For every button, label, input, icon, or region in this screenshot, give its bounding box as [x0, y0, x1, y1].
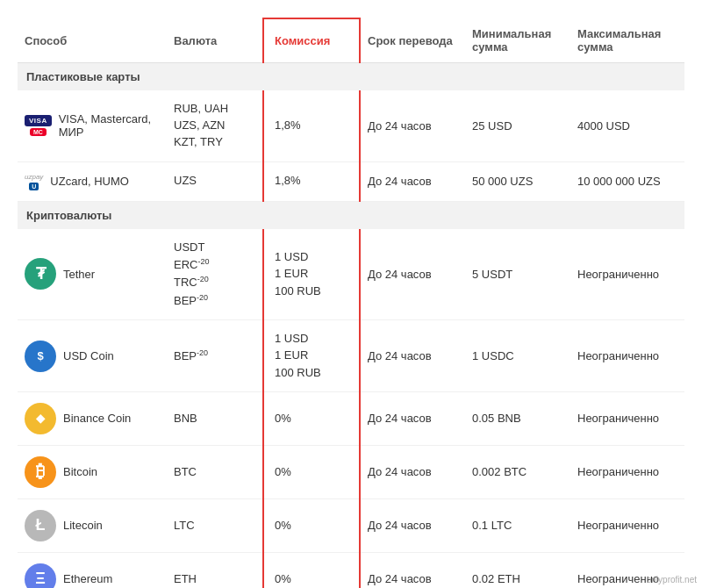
method-icon: uzpay U: [25, 173, 43, 190]
currency-value: BEP-20: [174, 348, 255, 365]
table-row: VISA MC VISA, Mastercard, МИР RUB, UAHUZ…: [18, 90, 684, 161]
method-name: Tether: [63, 268, 95, 281]
table-row: Ξ Ethereum ETH 0% До 24 часов 0.02 ETH Н…: [18, 552, 684, 588]
cell-commission: 1 USD1 EUR100 RUB: [263, 229, 360, 320]
cell-min-sum: 1 USDC: [465, 320, 570, 392]
currency-value: ETH: [174, 571, 255, 587]
cell-method: ₿ Bitcoin: [18, 445, 167, 498]
cell-method: Ł Litecoin: [18, 498, 167, 552]
table-row: uzpay U UZcard, HUMO UZS 1,8% До 24 часо…: [18, 161, 684, 201]
section-header-plastic-cards: Пластиковые карты: [18, 63, 684, 91]
cell-min-sum: 0.002 BTC: [465, 445, 570, 498]
method-icon: VISA MC: [25, 115, 52, 136]
fee-table: Способ Валюта Комиссия Срок перевода Мин…: [18, 18, 684, 588]
cell-currency: UZS: [167, 161, 263, 201]
header-commission: Комиссия: [263, 18, 360, 63]
commission-value: 1 USD1 EUR100 RUB: [275, 249, 352, 299]
cell-method: uzpay U UZcard, HUMO: [18, 161, 167, 201]
page-wrapper: Способ Валюта Комиссия Срок перевода Мин…: [0, 0, 702, 588]
cell-method: ₮ Tether: [18, 229, 167, 320]
header-max-sum: Максимальная сумма: [570, 18, 684, 63]
cell-min-sum: 5 USDT: [465, 229, 570, 320]
method-icon: ₮: [25, 258, 56, 290]
commission-value: 0%: [275, 571, 352, 587]
table-row: ₮ Tether USDTERC-20TRC-20BEP-20 1 USD1 E…: [18, 229, 684, 320]
currency-value: BTC: [174, 464, 255, 480]
cell-transfer-period: До 24 часов: [360, 90, 465, 161]
commission-value: 0%: [275, 411, 352, 427]
method-name: Ethereum: [63, 572, 112, 585]
cell-commission: 1 USD1 EUR100 RUB: [263, 320, 360, 392]
cell-currency: USDTERC-20TRC-20BEP-20: [167, 229, 263, 320]
method-name: USD Coin: [63, 349, 114, 362]
watermark: onlyprofit.net: [647, 575, 697, 584]
cell-method: $ USD Coin: [18, 320, 167, 392]
cell-min-sum: 50 000 UZS: [465, 161, 570, 201]
cell-commission: 0%: [263, 552, 360, 588]
cell-transfer-period: До 24 часов: [360, 498, 465, 552]
table-row: $ USD Coin BEP-20 1 USD1 EUR100 RUB До 2…: [18, 320, 684, 392]
commission-value: 0%: [275, 518, 352, 534]
cell-min-sum: 0.1 LTC: [465, 498, 570, 552]
currency-value: UZS: [174, 173, 255, 189]
method-name: UZcard, HUMO: [50, 175, 129, 188]
method-icon: ₿: [25, 456, 56, 488]
header-transfer-period: Срок перевода: [360, 18, 465, 63]
cell-currency: BNB: [167, 391, 263, 445]
cell-currency: RUB, UAHUZS, AZNKZT, TRY: [167, 90, 263, 161]
cell-max-sum: Неограниченно: [570, 445, 684, 498]
cell-commission: 1,8%: [263, 161, 360, 201]
cell-commission: 0%: [263, 391, 360, 445]
commission-value: 1,8%: [275, 173, 352, 189]
cell-min-sum: 0.02 ETH: [465, 552, 570, 588]
cell-method: Ξ Ethereum: [18, 552, 167, 588]
method-name: VISA, Mastercard, МИР: [59, 112, 160, 139]
header-method: Способ: [18, 18, 167, 63]
cell-transfer-period: До 24 часов: [360, 229, 465, 320]
method-icon: $: [25, 341, 56, 372]
currency-value: BNB: [174, 411, 255, 427]
cell-currency: BTC: [167, 445, 263, 498]
method-name: Litecoin: [63, 519, 103, 532]
cell-currency: BEP-20: [167, 320, 263, 392]
commission-value: 1 USD1 EUR100 RUB: [275, 331, 352, 381]
cell-currency: ETH: [167, 552, 263, 588]
method-icon: Ξ: [25, 563, 56, 588]
cell-method: VISA MC VISA, Mastercard, МИР: [18, 90, 167, 161]
cell-min-sum: 0.05 BNB: [465, 391, 570, 445]
cell-max-sum: Неограниченно: [570, 391, 684, 445]
cell-transfer-period: До 24 часов: [360, 320, 465, 392]
cell-currency: LTC: [167, 498, 263, 552]
header-currency: Валюта: [167, 18, 263, 63]
cell-commission: 0%: [263, 445, 360, 498]
table-row: ◆ Binance Coin BNB 0% До 24 часов 0.05 B…: [18, 391, 684, 445]
currency-value: LTC: [174, 518, 255, 534]
method-icon: ◆: [25, 403, 56, 434]
cell-commission: 1,8%: [263, 90, 360, 161]
cell-commission: 0%: [263, 498, 360, 552]
currency-value: RUB, UAHUZS, AZNKZT, TRY: [174, 101, 255, 151]
cell-transfer-period: До 24 часов: [360, 552, 465, 588]
cell-max-sum: Неограниченно: [570, 229, 684, 320]
cell-transfer-period: До 24 часов: [360, 445, 465, 498]
method-name: Binance Coin: [63, 412, 131, 425]
method-name: Bitcoin: [63, 465, 97, 478]
method-icon: Ł: [25, 510, 56, 541]
header-min-sum: Минимальная сумма: [465, 18, 570, 63]
cell-max-sum: Неограниченно: [570, 320, 684, 392]
cell-max-sum: 10 000 000 UZS: [570, 161, 684, 201]
cell-transfer-period: До 24 часов: [360, 391, 465, 445]
cell-method: ◆ Binance Coin: [18, 391, 167, 445]
table-row: ₿ Bitcoin BTC 0% До 24 часов 0.002 BTC Н…: [18, 445, 684, 498]
section-header-crypto: Криптовалюты: [18, 201, 684, 229]
currency-value: USDTERC-20TRC-20BEP-20: [174, 240, 255, 310]
cell-max-sum: 4000 USD: [570, 90, 684, 161]
commission-value: 0%: [275, 464, 352, 480]
table-row: Ł Litecoin LTC 0% До 24 часов 0.1 LTC Не…: [18, 498, 684, 552]
cell-max-sum: Неограниченно: [570, 498, 684, 552]
commission-value: 1,8%: [275, 118, 352, 133]
cell-transfer-period: До 24 часов: [360, 161, 465, 201]
cell-min-sum: 25 USD: [465, 90, 570, 161]
